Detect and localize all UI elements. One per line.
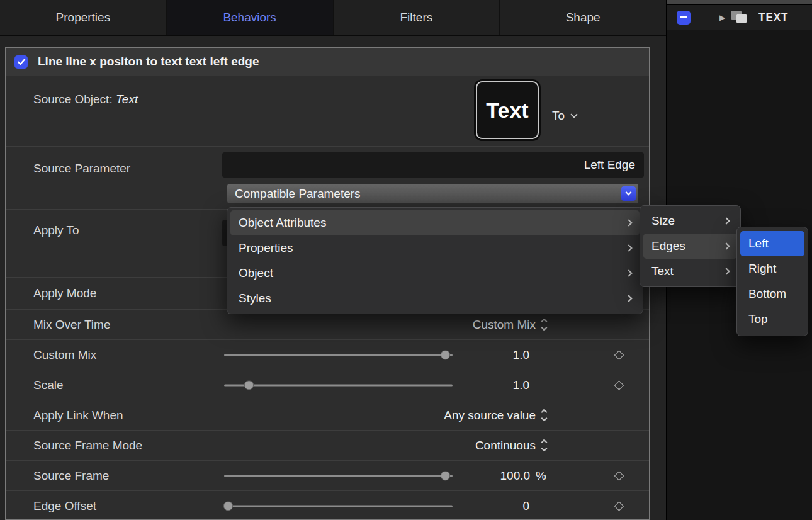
tab-label: Shape: [566, 11, 601, 25]
object-attributes-submenu: Size Edges Text: [640, 205, 741, 287]
stepper-icon: [542, 319, 546, 330]
tab-filters[interactable]: Filters: [334, 0, 500, 35]
submenu-item-text[interactable]: Text: [643, 259, 737, 284]
compatible-parameters-button[interactable]: Compatible Parameters: [227, 184, 638, 203]
source-frame-mode-row: Source Frame Mode Continuous: [6, 431, 649, 461]
apply-link-when-popup[interactable]: Any source value: [444, 409, 546, 422]
keyframe-diamond-icon[interactable]: [614, 501, 624, 511]
source-object-row: Source Object: Text Text To: [6, 76, 649, 147]
chevron-right-icon: [723, 268, 730, 274]
submenu-item-size[interactable]: Size: [643, 208, 737, 234]
source-frame-label: Source Frame: [33, 469, 109, 483]
submenu-item-bottom[interactable]: Bottom: [740, 281, 804, 307]
source-frame-row: Source Frame 100.0 %: [6, 461, 649, 491]
layer-row-text[interactable]: ▶ TEXT: [667, 5, 812, 30]
source-parameter-row: Source Parameter Left Edge Compatible Pa…: [6, 147, 649, 210]
source-parameter-label: Source Parameter: [33, 162, 130, 176]
edges-submenu: Left Right Bottom Top: [736, 227, 808, 336]
minus-icon: [680, 16, 687, 18]
apply-mode-label: Apply Mode: [33, 286, 96, 300]
apply-link-when-row: Apply Link When Any source value: [6, 400, 649, 431]
slider-track: [224, 505, 453, 507]
apply-link-when-label: Apply Link When: [33, 409, 123, 422]
submenu-item-edges[interactable]: Edges: [643, 234, 737, 259]
to-dropdown[interactable]: To: [552, 109, 577, 123]
source-frame-mode-label: Source Frame Mode: [33, 439, 142, 453]
chevron-down-icon: [626, 189, 632, 196]
slider-thumb[interactable]: [441, 471, 450, 480]
disclosure-triangle-icon[interactable]: ▶: [719, 13, 725, 22]
menu-item-object-attributes[interactable]: Object Attributes: [230, 210, 640, 235]
custom-mix-value[interactable]: 1.0: [513, 348, 529, 362]
custom-mix-slider[interactable]: [224, 350, 453, 359]
keyframe-diamond-icon[interactable]: [614, 380, 624, 390]
source-frame-unit: %: [536, 469, 546, 483]
compatible-parameters-menu: Object Attributes Properties Object Styl…: [227, 207, 643, 314]
menu-item-properties[interactable]: Properties: [230, 235, 640, 261]
source-object-label: Source Object: Text: [33, 93, 138, 106]
submenu-item-top[interactable]: Top: [740, 307, 804, 332]
layer-name[interactable]: TEXT: [758, 11, 788, 24]
submenu-item-left[interactable]: Left: [740, 231, 804, 256]
apply-to-label: Apply To: [33, 223, 79, 237]
slider-track: [224, 475, 453, 477]
slider-thumb[interactable]: [223, 501, 233, 511]
scale-slider[interactable]: [224, 380, 453, 390]
chevron-right-icon: [625, 219, 632, 226]
scale-label: Scale: [33, 378, 64, 392]
mix-over-time-label: Mix Over Time: [33, 318, 110, 332]
custom-mix-label: Custom Mix: [33, 348, 96, 362]
scale-value[interactable]: 1.0: [513, 378, 529, 392]
scale-row: Scale 1.0: [6, 370, 649, 400]
behavior-header-row: Line line x positon to text text left ed…: [6, 48, 649, 76]
tab-label: Filters: [400, 11, 433, 25]
mix-over-time-row: Mix Over Time Custom Mix: [6, 310, 649, 340]
tab-shape[interactable]: Shape: [500, 0, 666, 35]
edge-offset-value[interactable]: 0: [522, 499, 529, 513]
keyframe-diamond-icon[interactable]: [614, 350, 624, 360]
tab-properties[interactable]: Properties: [0, 0, 167, 35]
stepper-icon: [542, 410, 546, 421]
source-frame-value[interactable]: 100.0: [500, 469, 531, 483]
layers-panel-top-strip: [667, 0, 812, 5]
source-object-value: Text: [116, 93, 138, 106]
source-frame-slider[interactable]: [224, 471, 453, 480]
chevron-right-icon: [625, 269, 632, 276]
chevron-right-icon: [625, 295, 632, 302]
layer-thumbnail-icon: [731, 11, 748, 25]
chevron-down-icon: [570, 111, 577, 118]
tab-label: Behaviors: [223, 11, 276, 25]
stepper-icon: [542, 440, 546, 451]
source-frame-value-group: 100.0 %: [500, 469, 546, 483]
layer-checkbox[interactable]: [677, 11, 691, 25]
chevron-right-icon: [723, 217, 730, 224]
inspector-tab-bar: Properties Behaviors Filters Shape: [0, 0, 666, 36]
behavior-title: Line line x positon to text text left ed…: [38, 55, 259, 69]
keyframe-diamond-icon[interactable]: [614, 471, 624, 481]
tab-label: Properties: [56, 11, 111, 25]
menu-item-styles[interactable]: Styles: [230, 286, 640, 311]
source-object-thumbnail[interactable]: Text: [476, 81, 539, 139]
edge-offset-row: Edge Offset 0: [6, 491, 649, 520]
submenu-item-right[interactable]: Right: [740, 256, 804, 281]
edge-offset-slider[interactable]: [224, 501, 453, 511]
tab-behaviors[interactable]: Behaviors: [167, 0, 334, 35]
behavior-enabled-checkbox[interactable]: [14, 55, 28, 69]
check-icon: [17, 58, 26, 65]
edge-offset-label: Edge Offset: [33, 499, 96, 513]
slider-track: [224, 354, 453, 356]
chevron-right-icon: [625, 244, 632, 251]
slider-track: [224, 384, 453, 386]
chevron-right-icon: [723, 242, 730, 249]
thumbnail-text: Text: [486, 98, 528, 123]
slider-thumb[interactable]: [441, 350, 450, 359]
dropdown-button[interactable]: [621, 186, 636, 201]
menu-item-object[interactable]: Object: [230, 261, 640, 286]
mix-over-time-popup[interactable]: Custom Mix: [473, 318, 546, 332]
source-frame-mode-popup[interactable]: Continuous: [475, 439, 546, 453]
custom-mix-row: Custom Mix 1.0: [6, 340, 649, 370]
slider-thumb[interactable]: [244, 380, 254, 390]
source-parameter-field[interactable]: Left Edge: [222, 152, 644, 178]
